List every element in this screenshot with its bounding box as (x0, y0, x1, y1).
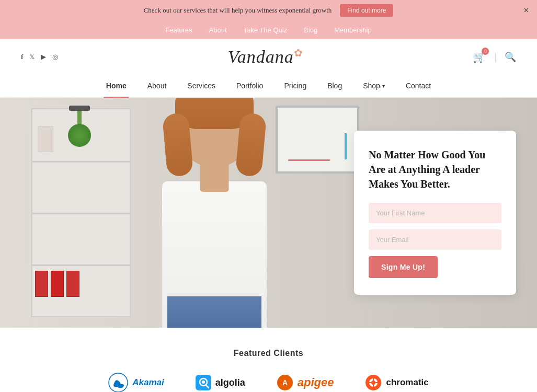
chevron-down-icon: ▾ (382, 83, 385, 89)
algolia-logo: algolia (196, 375, 245, 390)
apigee-logo: A apigee (277, 374, 334, 391)
chromatic-icon (365, 374, 382, 391)
nav-blog[interactable]: Blog (317, 74, 352, 97)
nav-shop[interactable]: Shop ▾ (352, 74, 395, 97)
twitter-icon[interactable]: 𝕏 (29, 53, 35, 61)
hero-heading: No Matter How Good You Are at Anything A… (369, 147, 501, 191)
first-name-input[interactable] (369, 203, 501, 223)
hero-section: No Matter How Good You Are at Anything A… (0, 98, 537, 328)
signup-button[interactable]: Sign Me Up! (369, 256, 438, 278)
top-nav: Features About Take The Quiz Blog Member… (0, 21, 537, 39)
youtube-icon[interactable]: ▶ (41, 53, 46, 61)
apigee-icon: A (277, 374, 293, 391)
social-icons: f 𝕏 ▶ ◎ (21, 53, 58, 61)
header-actions: 🛒 0 | 🔍 (473, 51, 516, 63)
announcement-bar: Check out our services that will help yo… (0, 0, 537, 21)
chromatic-text: chromatic (386, 377, 428, 388)
akamai-icon (108, 373, 128, 392)
find-out-button[interactable]: Find out more (340, 4, 393, 17)
featured-clients-section: Featured Clients Akamai algolia (0, 328, 537, 392)
featured-clients-heading: Featured Clients (31, 349, 506, 358)
top-nav-features[interactable]: Features (165, 26, 192, 34)
email-input[interactable] (369, 229, 501, 250)
nav-pricing[interactable]: Pricing (273, 74, 317, 97)
header: f 𝕏 ▶ ◎ Vandana✿ 🛒 0 | 🔍 (0, 39, 537, 74)
akamai-text: Akamai (132, 377, 164, 388)
top-nav-quiz[interactable]: Take The Quiz (244, 26, 288, 34)
nav-about[interactable]: About (137, 74, 177, 97)
plant (68, 106, 91, 147)
client-logos: Akamai algolia A apigee (31, 373, 506, 392)
algolia-icon (196, 375, 211, 390)
cart-button[interactable]: 🛒 0 (473, 51, 486, 63)
announcement-text: Check out our services that will help yo… (144, 6, 332, 15)
nav-services[interactable]: Services (177, 74, 226, 97)
nav-contact[interactable]: Contact (395, 74, 441, 97)
close-announcement-button[interactable]: × (524, 6, 529, 15)
main-nav: Home About Services Portfolio Pricing Bl… (0, 74, 537, 98)
hero-person (105, 98, 324, 328)
header-divider: | (494, 51, 496, 62)
site-logo: Vandana✿ (228, 47, 303, 67)
nav-portfolio[interactable]: Portfolio (226, 74, 273, 97)
top-nav-about[interactable]: About (209, 26, 227, 34)
signup-card: No Matter How Good You Are at Anything A… (354, 131, 516, 295)
chromatic-logo: chromatic (365, 374, 428, 391)
apigee-text: apigee (298, 376, 334, 389)
svg-point-3 (202, 381, 205, 384)
nav-home[interactable]: Home (96, 74, 137, 97)
instagram-icon[interactable]: ◎ (52, 53, 58, 61)
search-icon[interactable]: 🔍 (505, 51, 516, 63)
facebook-icon[interactable]: f (21, 53, 23, 61)
akamai-logo: Akamai (108, 373, 164, 392)
top-nav-membership[interactable]: Membership (334, 26, 372, 34)
svg-text:A: A (282, 378, 288, 387)
algolia-text: algolia (215, 377, 245, 388)
top-nav-blog[interactable]: Blog (304, 26, 317, 34)
cart-count: 0 (482, 48, 489, 55)
